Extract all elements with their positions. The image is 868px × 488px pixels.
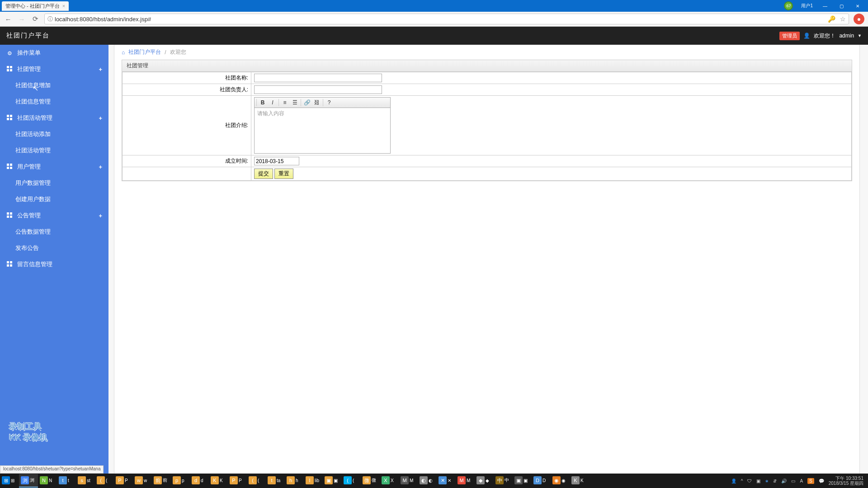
taskbar-item[interactable]: ✕✕ (437, 474, 456, 488)
maximize-icon[interactable]: ▢ (837, 3, 845, 9)
taskbar-item[interactable]: tta (266, 474, 285, 488)
sidebar-menu-title: 操作菜单 (0, 45, 108, 61)
key-icon[interactable]: 🔑 (828, 15, 835, 23)
sidebar-item-activity-add[interactable]: 社团活动添加 (0, 126, 108, 142)
window-user-label: 用户1 (801, 3, 813, 9)
label-club-intro: 社团介绍: (123, 96, 251, 155)
breadcrumb-home[interactable]: 社团门户平台 (128, 48, 161, 56)
close-tab-icon[interactable]: × (62, 3, 65, 9)
tray-msg-icon[interactable]: 💬 (819, 479, 824, 483)
back-icon[interactable]: ← (4, 14, 13, 23)
taskbar-item[interactable]: hh (285, 474, 304, 488)
taskbar-item[interactable]: ww (133, 474, 152, 488)
breadcrumb: ⌂ 社团门户平台 / 欢迎您 (114, 45, 859, 60)
reset-button[interactable]: 重置 (274, 169, 293, 179)
taskbar-item[interactable]: 前前 (152, 474, 171, 488)
role-badge: 管理员 (779, 32, 800, 40)
tray-battery-icon[interactable]: ▭ (791, 479, 795, 483)
tray-ime-icon[interactable]: A (800, 479, 803, 483)
taskbar-item[interactable]: ▣▣ (513, 474, 532, 488)
taskbar-item[interactable]: DD (532, 474, 551, 488)
rich-text-editor: B I ≡ ☰ 🔗 ⛓ ? (254, 97, 391, 154)
tray-volume-icon[interactable]: 🔊 (781, 479, 787, 483)
grid-icon (7, 115, 12, 120)
close-window-icon[interactable]: ✕ (854, 3, 862, 9)
ordered-list-icon[interactable]: ≡ (281, 99, 289, 107)
taskbar-item[interactable]: NN (38, 474, 57, 488)
editor-body[interactable]: 请输入内容 (255, 108, 390, 153)
taskbar-item[interactable]: 浏浏 (19, 474, 38, 488)
help-icon[interactable]: ? (325, 99, 333, 107)
tray-s-icon[interactable]: S (807, 478, 814, 484)
input-club-name[interactable] (254, 74, 382, 82)
sidebar-item-user-create[interactable]: 创建用户数据 (0, 191, 108, 207)
notification-badge[interactable]: 67 (784, 1, 793, 10)
bold-icon[interactable]: B (259, 99, 267, 107)
unlink-icon[interactable]: ⛓ (313, 99, 321, 107)
tray-bluetooth-icon[interactable]: ∗ (765, 479, 769, 483)
sidebar-group-club[interactable]: 社团管理 + (0, 61, 108, 77)
sidebar-item-club-add[interactable]: 社团信息增加 (0, 77, 108, 94)
sidebar-item-notice-publish[interactable]: 发布公告 (0, 240, 108, 256)
clock[interactable]: 下午 10:33:51 2018/3/15 星期四 (829, 476, 863, 486)
input-date[interactable] (254, 157, 299, 165)
taskbar-item[interactable]: ◐◐ (418, 474, 437, 488)
taskbar-item[interactable]: XX (380, 474, 399, 488)
caret-down-icon: ▼ (858, 33, 862, 38)
taskbar-item[interactable]: KK (570, 474, 589, 488)
taskbar-item[interactable]: MM (456, 474, 475, 488)
sidebar-item-notice-data[interactable]: 公告数据管理 (0, 224, 108, 240)
sidebar-group-user[interactable]: 用户管理 + (0, 159, 108, 175)
taskbar-item[interactable]: sst (76, 474, 95, 488)
tray-up-icon[interactable]: ^ (741, 479, 743, 483)
sidebar-group-message[interactable]: 留言信息管理 (0, 256, 108, 272)
sidebar-group-notice[interactable]: 公告管理 + (0, 207, 108, 224)
taskbar-item[interactable]: MM (399, 474, 418, 488)
sidebar-group-activity[interactable]: 社团活动管理 + (0, 110, 108, 126)
taskbar-item[interactable]: dd (190, 474, 209, 488)
taskbar-item[interactable]: KK (209, 474, 228, 488)
tray-people-icon[interactable]: 👤 (731, 479, 736, 483)
tray-cube-icon[interactable]: ▣ (756, 479, 760, 483)
forward-icon[interactable]: → (17, 14, 26, 23)
system-tray[interactable]: 👤 ^ 🛡 ▣ ∗ ⇵ 🔊 ▭ A S 💬 下午 10:33:51 2018/3… (731, 476, 868, 486)
star-icon[interactable]: ☆ (840, 15, 846, 23)
info-icon[interactable]: ⓘ (47, 15, 53, 23)
sidebar-item-club-manage[interactable]: 社团信息管理 (0, 94, 108, 110)
taskbar-item[interactable]: (( (342, 474, 361, 488)
taskbar-item[interactable]: 微微 (361, 474, 380, 488)
input-club-leader[interactable] (254, 85, 382, 94)
unordered-list-icon[interactable]: ☰ (291, 99, 299, 107)
tray-network-icon[interactable]: ⇵ (773, 479, 777, 483)
taskbar-item[interactable]: pp (171, 474, 190, 488)
taskbar-item[interactable]: PP (114, 474, 133, 488)
tray-shield-icon[interactable]: 🛡 (747, 479, 752, 483)
italic-icon[interactable]: I (269, 99, 277, 107)
url-input[interactable] (55, 16, 828, 23)
reload-icon[interactable]: ⟳ (31, 14, 40, 23)
taskbar-item[interactable]: (( (95, 474, 114, 488)
taskbar-item[interactable]: tt (57, 474, 76, 488)
form-panel: 社团管理 社团名称: 社团负责人: 社团介绍: (122, 60, 852, 181)
taskbar-item[interactable]: 中中 (494, 474, 513, 488)
taskbar-item[interactable]: PP (228, 474, 247, 488)
taskbar-item[interactable]: ◉◉ (551, 474, 570, 488)
sidebar-item-user-data[interactable]: 用户数据管理 (0, 175, 108, 191)
minimize-icon[interactable]: — (821, 3, 829, 9)
user-icon: 👤 (803, 33, 810, 39)
home-icon[interactable]: ⌂ (122, 49, 125, 56)
panel-title: 社团管理 (122, 60, 852, 72)
browser-menu-icon[interactable]: ● (854, 14, 864, 24)
taskbar-item[interactable]: (( (247, 474, 266, 488)
taskbar-item[interactable]: ◆◆ (475, 474, 494, 488)
link-icon[interactable]: 🔗 (303, 99, 311, 107)
browser-tab[interactable]: 管理中心 - 社团门户平台 × (2, 1, 69, 11)
sidebar-item-activity-manage[interactable]: 社团活动管理 (0, 142, 108, 159)
address-bar[interactable]: ⓘ 🔑 ☆ (44, 14, 849, 24)
submit-button[interactable]: 提交 (254, 169, 273, 179)
sidebar: 操作菜单 社团管理 + 社团信息增加 社团信息管理 社团活动管理 + 社团活动添… (0, 45, 108, 474)
taskbar-item[interactable]: llib (304, 474, 323, 488)
user-menu[interactable]: 管理员 👤 欢迎您！ admin ▼ (779, 32, 862, 40)
taskbar-item[interactable]: ⊞⊞ (0, 474, 19, 488)
taskbar-item[interactable]: ▣▣ (323, 474, 342, 488)
